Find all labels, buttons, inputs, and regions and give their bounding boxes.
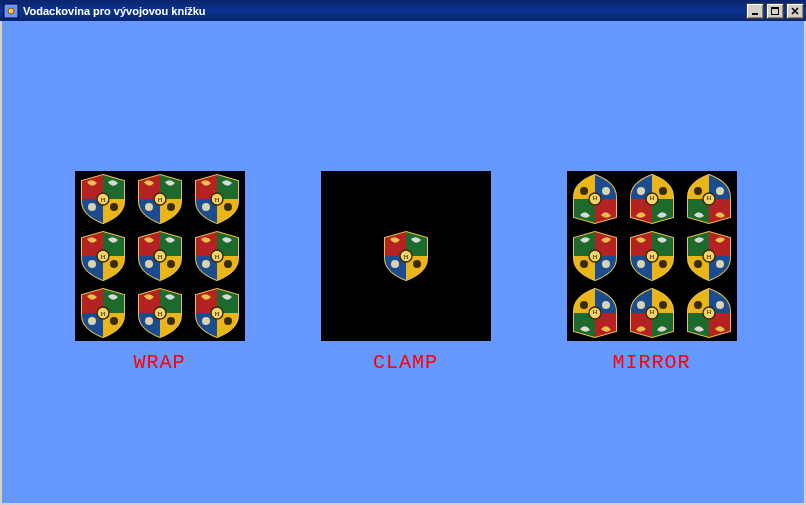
close-button[interactable] [786, 3, 804, 19]
clamp-swatch: H [321, 171, 491, 341]
svg-point-9 [88, 203, 96, 211]
svg-text:H: H [157, 310, 162, 318]
clamp-sample: H CLAMP [318, 171, 493, 374]
svg-text:H: H [706, 194, 711, 202]
svg-point-146 [659, 301, 667, 309]
svg-point-1 [8, 8, 14, 14]
svg-text:H: H [649, 253, 654, 261]
crest-icon: H [189, 171, 245, 227]
svg-text:H: H [157, 253, 162, 261]
svg-text:H: H [214, 196, 219, 204]
svg-text:H: H [403, 253, 408, 261]
crest-icon: H [681, 171, 737, 227]
svg-text:H: H [649, 308, 654, 316]
wrap-sample: H H H [72, 171, 247, 374]
svg-point-57 [88, 317, 96, 325]
svg-rect-4 [771, 7, 779, 9]
minimize-button[interactable] [746, 3, 764, 19]
svg-point-42 [167, 260, 175, 268]
svg-point-98 [659, 187, 667, 195]
crest-icon: H [567, 228, 623, 284]
svg-point-26 [224, 203, 232, 211]
svg-point-74 [224, 317, 232, 325]
crest-icon: H [567, 171, 623, 227]
app-icon [3, 3, 19, 19]
crest-icon: H [624, 228, 680, 284]
titlebar: Vodackovina pro vývojovou knížku [0, 0, 806, 21]
svg-point-49 [202, 260, 210, 268]
crest-icon: H [75, 285, 131, 341]
svg-point-82 [413, 260, 421, 268]
svg-rect-2 [752, 13, 758, 15]
crest-icon: H [132, 285, 188, 341]
window-frame: H H H [0, 21, 806, 505]
crest-icon: H [624, 285, 680, 341]
crest-icon: H [132, 228, 188, 284]
client-area: H H H [2, 21, 804, 503]
wrap-label: WRAP [133, 351, 185, 374]
svg-text:H: H [214, 253, 219, 261]
svg-point-73 [202, 317, 210, 325]
svg-point-121 [637, 260, 645, 268]
svg-text:H: H [157, 196, 162, 204]
crest-icon: H [75, 171, 131, 227]
svg-point-41 [145, 260, 153, 268]
svg-text:H: H [100, 253, 105, 261]
svg-point-65 [145, 317, 153, 325]
crest-icon: H [624, 171, 680, 227]
svg-point-58 [110, 317, 118, 325]
svg-text:H: H [592, 253, 597, 261]
sample-row: H H H [2, 171, 804, 374]
mirror-sample: H H H [564, 171, 739, 374]
svg-point-81 [391, 260, 399, 268]
mirror-label: MIRROR [612, 351, 690, 374]
svg-point-145 [637, 301, 645, 309]
svg-text:H: H [100, 196, 105, 204]
svg-text:H: H [592, 308, 597, 316]
window-buttons [746, 3, 804, 19]
svg-text:H: H [706, 308, 711, 316]
crest-icon: H [75, 228, 131, 284]
crest-icon: H [567, 285, 623, 341]
svg-text:H: H [706, 253, 711, 261]
svg-point-66 [167, 317, 175, 325]
svg-text:H: H [100, 310, 105, 318]
svg-point-50 [224, 260, 232, 268]
svg-text:H: H [592, 194, 597, 202]
svg-point-122 [659, 260, 667, 268]
mirror-swatch: H H H [567, 171, 737, 341]
svg-point-34 [110, 260, 118, 268]
crest-icon: H [681, 285, 737, 341]
crest-icon: H [681, 228, 737, 284]
wrap-swatch: H H H [75, 171, 245, 341]
crest-icon: H [189, 228, 245, 284]
svg-point-17 [145, 203, 153, 211]
svg-point-33 [88, 260, 96, 268]
crest-icon: H [132, 171, 188, 227]
maximize-button[interactable] [766, 3, 784, 19]
svg-point-97 [637, 187, 645, 195]
svg-point-10 [110, 203, 118, 211]
window-title: Vodackovina pro vývojovou knížku [23, 5, 746, 17]
crest-icon: H [378, 228, 434, 284]
svg-text:H: H [214, 310, 219, 318]
svg-point-18 [167, 203, 175, 211]
clamp-label: CLAMP [373, 351, 438, 374]
crest-icon: H [189, 285, 245, 341]
svg-point-25 [202, 203, 210, 211]
svg-text:H: H [649, 194, 654, 202]
